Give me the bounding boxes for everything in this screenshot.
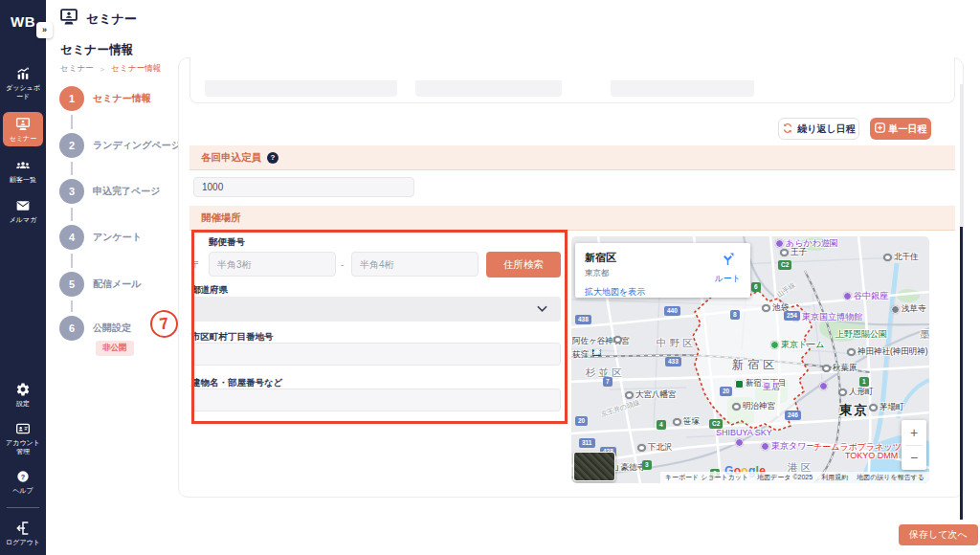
map-tree-icon [735, 380, 744, 388]
step-6[interactable]: 6 公開設定 [59, 316, 131, 341]
google-map[interactable]: あらかわ遊園王子北千住浅草寺谷中銀座池袋東京国立博物館上野恩賜公園中野区阿佐ヶ谷… [571, 236, 929, 483]
road-shield: 311 [579, 438, 595, 448]
postal-code3-input[interactable] [209, 252, 336, 277]
map-station-icon [732, 403, 741, 411]
repeat-schedule-button[interactable]: 繰り返し日程 [778, 118, 859, 140]
map-label: 北千住 [883, 252, 919, 263]
step-4[interactable]: 4 アンケート [59, 225, 142, 250]
road-shield: 433 [665, 357, 681, 366]
breadcrumb-current: セミナー情報 [111, 63, 161, 75]
seminar-icon [15, 117, 31, 132]
map-label: 明治神宮 [732, 401, 775, 412]
mail-icon [15, 198, 31, 213]
map-label: 東京国立博物館 [791, 311, 862, 323]
address-search-button[interactable]: 住所検索 [486, 252, 561, 278]
step-1[interactable]: 1 セミナー情報 [59, 86, 151, 111]
map-label: 新宿区 [732, 357, 778, 373]
sidebar-item-seminar[interactable]: セミナー [3, 112, 43, 146]
sidebar-item-settings[interactable]: 設定 [0, 379, 46, 411]
satellite-toggle-thumbnail[interactable] [573, 452, 615, 481]
map-label: 人形町 [838, 387, 874, 398]
map-label: 皇居 [763, 381, 780, 393]
map-label [613, 336, 622, 344]
map-label: 荻窪 [572, 349, 589, 361]
step-3[interactable]: 3 申込完了ページ [59, 179, 160, 204]
map-label: 上野恩賜公園 [835, 328, 887, 341]
map-label: TOKYO DMM [845, 451, 898, 460]
map-zoom-control: + − [902, 420, 926, 470]
schedule-input-partial[interactable] [415, 80, 562, 97]
map-attribution-item[interactable]: キーボード ショートカット [665, 473, 748, 482]
help-question-icon[interactable]: ? [267, 152, 278, 164]
directions-button[interactable]: ルート [715, 251, 741, 285]
prefecture-label: 都道府県 [191, 284, 228, 297]
road-shield: 20 [720, 387, 732, 396]
schedule-input-partial[interactable] [611, 80, 754, 97]
map-label: SHIBUYA SKY [716, 428, 772, 437]
view-larger-map-link[interactable]: 拡大地図を表示 [585, 286, 741, 299]
step-connector [71, 115, 73, 129]
private-status-badge: 非公開 [96, 341, 134, 356]
building-input[interactable] [191, 388, 561, 411]
road-shield: 1 [859, 377, 869, 387]
breadcrumb-root[interactable]: セミナー [60, 63, 94, 75]
prefecture-select[interactable] [191, 297, 561, 322]
dashboard-icon [15, 66, 31, 81]
sidebar-bottom-nav: 設定 アカウント管理 ? ヘルプ ログアウト [0, 379, 46, 549]
sidebar-nav: ダッシュボード セミナー 顧客一覧 メルマガ [0, 63, 46, 227]
map-jr-icon: JR [592, 349, 601, 356]
map-attribution-item[interactable]: 利用規約 [821, 473, 848, 482]
gear-icon [15, 382, 31, 397]
road-shield: C2 [778, 260, 791, 270]
sidebar-expand-button[interactable]: » [36, 22, 53, 38]
map-label [735, 438, 744, 447]
map-station-icon [883, 254, 892, 261]
map-label: 下北沢 [637, 442, 673, 454]
single-schedule-button[interactable]: 単一日程 [870, 118, 931, 140]
plus-icon [875, 122, 885, 135]
logout-icon [15, 521, 31, 536]
road-shield: 8 [730, 310, 740, 320]
map-station-icon [838, 388, 847, 396]
map-label: 秋葉原 [822, 363, 858, 374]
road-shield: 6 [751, 282, 761, 292]
map-label: 墨田区 [920, 328, 929, 342]
map-label: 笹塚 [673, 416, 700, 428]
breadcrumb-separator: > [100, 65, 105, 74]
map-station-icon [613, 336, 622, 344]
seminar-header-icon [59, 8, 78, 31]
repeat-icon [782, 122, 793, 136]
svg-text:?: ? [21, 472, 26, 480]
map-station-icon [780, 249, 789, 256]
step-5[interactable]: 5 配信メール [59, 272, 141, 297]
map-station-icon [673, 418, 681, 426]
road-shield: 440 [664, 306, 680, 316]
scrollbar-thumb[interactable] [960, 227, 963, 520]
sidebar-item-mailmag[interactable]: メルマガ [0, 195, 46, 227]
map-label: JR [592, 349, 601, 356]
sidebar-item-customers[interactable]: 顧客一覧 [0, 155, 46, 187]
sidebar-item-dashboard[interactable]: ダッシュボード [0, 63, 46, 103]
map-label: 東京タワー [761, 440, 814, 453]
save-next-button[interactable]: 保存して次へ [899, 524, 978, 545]
map-attribution-item[interactable]: 地図の誤りを報告する [857, 473, 924, 482]
map-station-icon [869, 404, 878, 411]
app-window: セミナー セミナー情報 セミナー > セミナー情報 WB ダッシュボード セミナ… [0, 0, 980, 555]
road-shield: 246 [785, 411, 801, 420]
sidebar-item-account[interactable]: アカウント管理 [0, 418, 46, 458]
sidebar-item-logout[interactable]: ログアウト [0, 518, 46, 549]
step-2[interactable]: 2 ランディングページ [59, 133, 181, 158]
road-shield: 4 [657, 420, 666, 430]
road-shield: 254 [784, 311, 800, 321]
road-shield: 438 [575, 315, 591, 324]
postal-code4-input[interactable] [351, 252, 479, 277]
sidebar-item-help[interactable]: ? ヘルプ [0, 466, 46, 498]
schedule-input-partial[interactable] [205, 80, 397, 97]
road-shield: 20 [575, 416, 588, 426]
zoom-out-button[interactable]: − [902, 446, 926, 471]
map-label: 東京 [839, 402, 869, 419]
map-label: 茅場町 [869, 402, 904, 413]
zoom-in-button[interactable]: + [902, 420, 926, 445]
city-input[interactable] [191, 343, 561, 366]
capacity-input[interactable] [193, 177, 414, 197]
